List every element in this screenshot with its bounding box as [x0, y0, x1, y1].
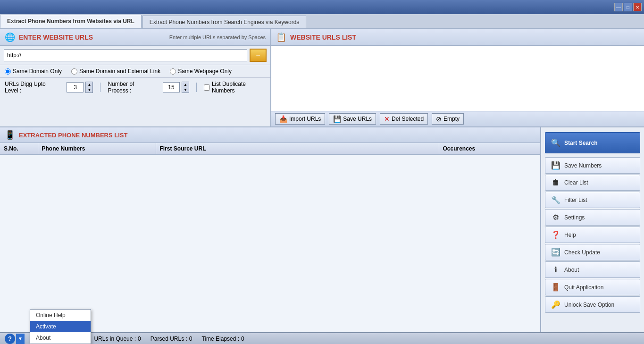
- list-duplicate-checkbox[interactable]: [204, 84, 210, 91]
- right-panel-header: 📋 WEBSITE URLs LIST: [271, 29, 644, 46]
- right-panel-title: WEBSITE URLs LIST: [290, 34, 356, 41]
- radio-row: Same Domain Only Same Domain and Externa…: [0, 65, 270, 78]
- save-numbers-label: Save Numbers: [564, 162, 602, 169]
- quit-icon: 🚪: [551, 283, 560, 292]
- unlock-save-option-button[interactable]: 🔑 Unlock Save Option: [545, 296, 640, 313]
- tab-search-engines[interactable]: Extract Phone Numbers from Search Engine…: [142, 16, 306, 28]
- radio-same-domain[interactable]: Same Domain Only: [5, 68, 62, 75]
- process-up-arrow[interactable]: ▲: [182, 82, 189, 87]
- empty-icon: ⊘: [436, 115, 442, 123]
- url-input-row: →: [0, 46, 270, 65]
- process-spinner: ▲ ▼: [163, 82, 189, 93]
- radio-same-webpage[interactable]: Same Webpage Only: [170, 68, 232, 75]
- digg-input[interactable]: [67, 82, 84, 92]
- top-section: 🌐 ENTER WEBSITE URLs Enter multiple URLs…: [0, 29, 644, 127]
- time-elapsed-label: Time Elapsed :: [202, 336, 240, 342]
- table-header-row: S.No. Phone Numbers First Source URL Occ…: [0, 143, 540, 155]
- filter-list-button[interactable]: 🔧 Filter List: [545, 192, 640, 208]
- time-elapsed-item: Time Elapsed : 0: [202, 336, 244, 342]
- options-row: URLs Digg Upto Level : ▲ ▼ Number of Pro…: [0, 78, 270, 97]
- help-icon: ❓: [551, 230, 560, 239]
- empty-label: Empty: [443, 116, 460, 122]
- separator2: [196, 83, 197, 92]
- minimize-button[interactable]: —: [614, 3, 623, 11]
- arrow-right-icon: →: [255, 52, 261, 59]
- globe-icon: 🌐: [5, 32, 15, 42]
- list-duplicate-label: List Duplicate Numbers: [212, 81, 266, 94]
- radio-same-webpage-label: Same Webpage Only: [178, 68, 232, 75]
- col-phone: Phone Numbers: [38, 143, 156, 155]
- urls-in-queue-label: URLs in Queue :: [94, 336, 136, 342]
- urls-toolbar: 📥 Import URLs 💾 Save URLs ✕ Del Selected…: [271, 111, 644, 126]
- del-selected-label: Del Selected: [392, 116, 424, 122]
- start-search-button[interactable]: 🔍 Start Search: [545, 132, 640, 153]
- radio-same-domain-input[interactable]: [5, 68, 11, 75]
- extracted-title: EXTRACTED PHONE NUMBERS LIST: [19, 132, 127, 139]
- close-button[interactable]: ✕: [633, 3, 642, 11]
- import-urls-label: Import URLs: [289, 116, 321, 122]
- settings-button[interactable]: ⚙ Settings: [545, 209, 640, 226]
- help-label: Help: [564, 232, 576, 238]
- clear-list-button[interactable]: 🗑 Clear List: [545, 175, 640, 191]
- check-update-label: Check Update: [564, 249, 600, 256]
- go-button[interactable]: →: [250, 49, 267, 62]
- about-button[interactable]: ℹ About: [545, 261, 640, 278]
- quit-application-button[interactable]: 🚪 Quit Application: [545, 279, 640, 295]
- save-urls-icon: 💾: [333, 115, 341, 123]
- search-icon: 🔍: [551, 138, 560, 147]
- digg-up-arrow[interactable]: ▲: [86, 82, 92, 87]
- context-online-help[interactable]: Online Help: [30, 310, 91, 321]
- parsed-urls-item: Parsed URLs : 0: [151, 336, 192, 342]
- status-dropdown-arrow[interactable]: ▼: [16, 334, 25, 344]
- phone-icon: 📱: [5, 130, 15, 140]
- tab-bar: Extract Phone Numbers from Websites via …: [0, 14, 644, 29]
- list-icon: 📋: [276, 32, 286, 42]
- maximize-button[interactable]: □: [624, 3, 632, 11]
- bottom-section: 📱 EXTRACTED PHONE NUMBERS LIST S.No. Pho…: [0, 127, 644, 332]
- separator: [100, 83, 100, 92]
- time-elapsed-value: 0: [241, 336, 244, 342]
- start-search-label: Start Search: [564, 140, 598, 146]
- save-numbers-icon: 💾: [551, 161, 560, 170]
- process-label: Number of Process :: [108, 81, 156, 94]
- about-icon: ℹ: [551, 265, 560, 274]
- import-urls-button[interactable]: 📥 Import URLs: [275, 113, 325, 125]
- save-numbers-button[interactable]: 💾 Save Numbers: [545, 157, 640, 174]
- about-label: About: [564, 267, 579, 273]
- context-about[interactable]: About: [30, 332, 91, 344]
- import-icon: 📥: [279, 115, 287, 123]
- tab-website-url[interactable]: Extract Phone Numbers from Websites via …: [0, 15, 142, 28]
- settings-label: Settings: [564, 214, 585, 221]
- left-panel-header: 🌐 ENTER WEBSITE URLs Enter multiple URLs…: [0, 29, 270, 46]
- process-down-arrow[interactable]: ▼: [182, 87, 189, 92]
- del-selected-button[interactable]: ✕ Del Selected: [380, 113, 428, 125]
- status-help-button[interactable]: ?: [5, 334, 15, 344]
- parsed-urls-label: Parsed URLs :: [151, 336, 187, 342]
- context-activate[interactable]: Activate: [30, 321, 91, 332]
- save-urls-label: Save URLs: [343, 116, 372, 122]
- status-bar: ? ▼ Parsed Numbers : 0 URLs in Queue : 0…: [0, 332, 644, 344]
- check-update-button[interactable]: 🔄 Check Update: [545, 244, 640, 260]
- radio-same-external-input[interactable]: [71, 68, 77, 75]
- empty-button[interactable]: ⊘ Empty: [432, 113, 464, 125]
- urls-table: [271, 46, 644, 111]
- digg-label: URLs Digg Upto Level :: [5, 81, 59, 94]
- extracted-panel: 📱 EXTRACTED PHONE NUMBERS LIST S.No. Pho…: [0, 127, 541, 332]
- save-urls-button[interactable]: 💾 Save URLs: [329, 113, 376, 125]
- url-input[interactable]: [4, 49, 247, 61]
- help-button[interactable]: ❓ Help: [545, 227, 640, 243]
- filter-list-label: Filter List: [564, 197, 587, 203]
- digg-down-arrow[interactable]: ▼: [86, 87, 92, 92]
- left-panel: 🌐 ENTER WEBSITE URLs Enter multiple URLs…: [0, 29, 271, 126]
- process-input[interactable]: [163, 82, 180, 92]
- digg-spinner: ▲ ▼: [67, 82, 93, 93]
- col-url: First Source URL: [156, 143, 439, 155]
- process-arrows: ▲ ▼: [182, 82, 189, 93]
- radio-same-external[interactable]: Same Domain and External Link: [71, 68, 160, 75]
- radio-same-webpage-input[interactable]: [170, 68, 176, 75]
- right-sidebar: 🔍 Start Search 💾 Save Numbers 🗑 Clear Li…: [541, 127, 644, 332]
- clear-list-icon: 🗑: [551, 178, 560, 187]
- list-duplicate-checkbox-label[interactable]: List Duplicate Numbers: [204, 81, 266, 94]
- del-icon: ✕: [384, 115, 390, 123]
- digg-arrows: ▲ ▼: [85, 82, 93, 93]
